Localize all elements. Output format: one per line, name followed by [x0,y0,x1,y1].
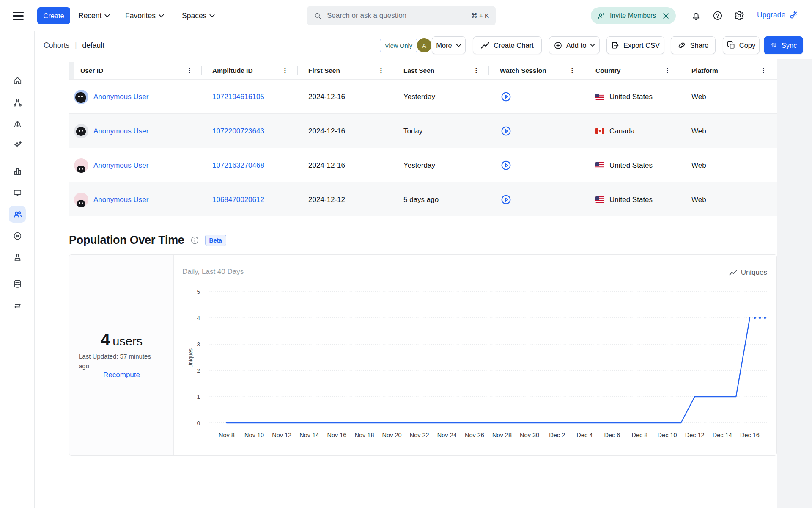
owner-avatar[interactable]: A [417,38,431,52]
sidebar-item-experiences[interactable] [9,184,26,201]
sidebar-item-ask-ai[interactable] [9,136,26,153]
nav-menu-spaces[interactable]: Spaces [182,0,215,31]
col-header-user-id[interactable]: User ID [80,62,103,79]
kebab-menu-icon[interactable]: ⋮ [760,62,767,79]
svg-text:2: 2 [197,367,200,374]
sparkles-icon [13,140,22,150]
export-csv-button[interactable]: Export CSV [606,36,664,54]
col-header-country[interactable]: Country [595,62,620,79]
col-header-amplitude-id[interactable]: Amplitude ID [212,62,253,79]
help-icon[interactable] [713,11,723,21]
col-header-platform[interactable]: Platform [691,62,718,79]
country-flag [595,162,604,168]
last-seen-value: Yesterday [403,93,435,101]
sidebar-item-experiment[interactable] [9,249,26,266]
first-seen-value: 2024-12-16 [308,161,345,170]
flask-icon [13,253,22,262]
country-value: United States [609,93,653,101]
first-seen-value: 2024-12-12 [308,196,345,204]
user-link[interactable]: Anonymous User [93,127,148,135]
share-button[interactable]: Share [671,36,716,54]
watch-session-play-icon[interactable] [500,194,512,205]
kebab-menu-icon[interactable]: ⋮ [568,62,576,79]
svg-text:Dec 4: Dec 4 [576,432,593,439]
country-value: Canada [609,127,635,135]
create-chart-button[interactable]: Create Chart [473,36,542,54]
sidebar-item-home[interactable] [9,72,26,89]
amplitude-id-link[interactable]: 1068470020612 [212,196,264,204]
anonymous-creature-icon [76,127,86,136]
add-to-button[interactable]: Add to [549,36,600,54]
sidebar-item-data[interactable] [9,275,26,292]
svg-text:Dec 16: Dec 16 [740,432,760,439]
invite-members-button[interactable]: Invite Members [591,7,676,24]
hamburger-menu-icon[interactable] [13,11,24,21]
sidebar-item-debugger[interactable] [9,115,26,132]
kebab-menu-icon[interactable]: ⋮ [664,62,671,79]
kebab-menu-icon[interactable]: ⋮ [281,62,289,79]
amplitude-app: Create Recent Favorites Spaces Search or… [0,0,812,508]
kebab-menu-icon[interactable]: ⋮ [377,62,385,79]
anonymous-creature-icon [77,200,85,207]
svg-text:Nov 22: Nov 22 [410,432,429,439]
notifications-bell-icon[interactable] [691,11,701,21]
watch-session-play-icon[interactable] [500,160,512,171]
kebab-menu-icon[interactable]: ⋮ [472,62,480,79]
sidebar-item-session-replay[interactable] [9,227,26,244]
svg-text:Nov 18: Nov 18 [355,432,374,439]
svg-text:Dec 8: Dec 8 [632,432,648,439]
more-button[interactable]: More [432,36,466,54]
table-row: Anonymous User 1072194616105 2024-12-16 … [69,79,777,113]
anonymous-creature-icon [75,92,86,103]
nav-menu-recent[interactable]: Recent [78,0,110,31]
last-seen-value: 5 days ago [403,196,439,204]
user-link[interactable]: Anonymous User [93,196,148,204]
sync-button[interactable]: Sync [764,36,803,54]
create-button[interactable]: Create [37,7,70,24]
top-navbar: Create Recent Favorites Spaces Search or… [0,0,812,31]
user-link[interactable]: Anonymous User [93,161,148,170]
search-input[interactable]: Search or ask a question ⌘ + K [307,6,496,25]
svg-text:Uniques: Uniques [188,348,194,368]
sidebar-item-integrations[interactable] [9,297,26,314]
search-placeholder: Search or ask a question [327,11,466,20]
amplitude-id-link[interactable]: 1072200723643 [212,127,264,135]
table-row: Anonymous User 1072163270468 2024-12-16 … [69,148,777,182]
header-gutter [69,62,74,79]
close-icon[interactable] [663,13,669,19]
upgrade-link[interactable]: Upgrade [757,10,798,20]
upgrade-key-icon [789,10,798,20]
table-row: Anonymous User 1068470020612 2024-12-12 … [69,182,777,216]
breadcrumb-cohorts[interactable]: Cohorts [44,41,69,50]
svg-text:Nov 28: Nov 28 [492,432,512,439]
link-icon [678,41,686,50]
svg-text:Nov 20: Nov 20 [382,432,402,439]
kebab-menu-icon[interactable]: ⋮ [186,62,193,79]
copy-icon [727,41,735,50]
watch-session-play-icon[interactable] [500,91,512,102]
copy-button[interactable]: Copy [723,36,760,54]
amplitude-id-link[interactable]: 1072163270468 [212,161,264,170]
database-icon [13,279,22,289]
sidebar-item-objects[interactable] [9,94,26,111]
chevron-down-icon [104,14,110,18]
user-link[interactable]: Anonymous User [93,93,148,101]
info-icon[interactable] [190,236,199,245]
platform-value: Web [691,93,706,101]
watch-session-play-icon[interactable] [500,125,512,137]
platform-value: Web [691,161,706,170]
settings-gear-icon[interactable] [734,11,744,21]
svg-text:Nov 12: Nov 12 [272,432,291,439]
sync-arrows-icon [770,41,778,49]
users-icon [13,210,22,219]
nav-menu-favorites[interactable]: Favorites [125,0,164,31]
svg-text:Nov 8: Nov 8 [219,432,235,439]
col-header-watch-session[interactable]: Watch Session [500,62,546,79]
sidebar-item-analytics[interactable] [9,163,26,180]
sidebar-item-users-cohorts[interactable] [9,206,26,223]
svg-text:Nov 10: Nov 10 [244,432,264,439]
plus-circle-icon [554,41,562,50]
amplitude-id-link[interactable]: 1072194616105 [212,93,264,101]
col-header-first-seen[interactable]: First Seen [308,62,340,79]
col-header-last-seen[interactable]: Last Seen [403,62,434,79]
